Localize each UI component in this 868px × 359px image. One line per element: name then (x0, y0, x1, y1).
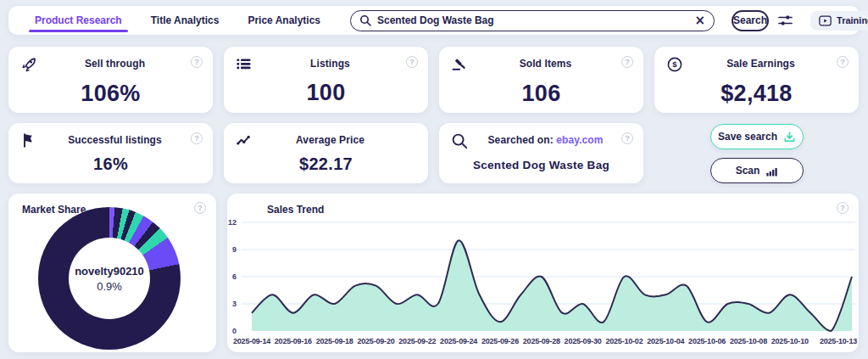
svg-text:2025-09-28: 2025-09-28 (523, 337, 560, 345)
market-share-donut[interactable]: novelty90210 0.9% (38, 207, 181, 350)
stat-card-listings: Listings ? 100 (224, 47, 428, 113)
filter-sliders-icon[interactable] (777, 13, 793, 28)
stat-value: 106 (439, 81, 643, 107)
svg-text:2025-10-13: 2025-10-13 (820, 337, 857, 345)
trend-icon (236, 132, 254, 149)
stat-title: Sale Earnings (685, 56, 837, 70)
svg-text:2025-09-14: 2025-09-14 (233, 337, 270, 345)
svg-text:2025-10-06: 2025-10-06 (688, 337, 726, 345)
svg-text:9: 9 (232, 245, 236, 254)
stat-card-average-price: Average Price $22.17 (224, 123, 428, 183)
play-video-icon (819, 15, 832, 26)
stat-title-searched-on: Searched on: ebay.com (470, 132, 621, 146)
stat-card-successful-listings: Successful listings ? 16% (8, 123, 213, 183)
sales-trend-card: Sales Trend ? 0369122025-09-142025-09-16… (227, 194, 859, 352)
tab-label: Price Analytics (248, 14, 320, 26)
svg-text:2025-09-24: 2025-09-24 (440, 337, 477, 345)
stat-card-sale-earnings: $ Sale Earnings ? $2,418 (654, 47, 859, 113)
tab-product-research[interactable]: Product Research (20, 6, 136, 35)
svg-text:2025-09-30: 2025-09-30 (565, 337, 602, 345)
tab-price-analytics[interactable]: Price Analytics (233, 6, 335, 35)
stat-title: Listings (254, 56, 406, 70)
search-box[interactable]: × (350, 10, 715, 31)
rocket-icon (20, 56, 39, 73)
svg-text:2025-09-22: 2025-09-22 (398, 337, 436, 345)
donut-hole (69, 238, 150, 319)
save-search-button[interactable]: Save search (710, 124, 804, 149)
scan-button[interactable]: Scan (710, 158, 804, 183)
help-icon[interactable]: ? (194, 202, 206, 214)
stat-title: Sell through (39, 56, 191, 70)
stat-title: Average Price (254, 132, 406, 146)
clear-search-button[interactable]: × (694, 14, 705, 27)
svg-text:2025-10-02: 2025-10-02 (605, 337, 643, 345)
market-share-title: Market Share (22, 204, 86, 216)
help-icon[interactable]: ? (837, 56, 849, 68)
svg-text:2025-10-08: 2025-10-08 (730, 337, 767, 345)
scan-bars-icon (765, 165, 778, 177)
stat-title: Sold Items (470, 56, 621, 70)
stat-value: 100 (224, 80, 428, 106)
training-videos-button[interactable]: Training Videos (810, 11, 868, 31)
gavel-icon (451, 56, 470, 73)
svg-text:0: 0 (232, 327, 236, 335)
searched-on-prefix: Searched on: (488, 134, 554, 146)
searched-keyword: Scented Dog Waste Bag (439, 159, 643, 171)
list-icon (236, 56, 254, 72)
help-icon[interactable]: ? (191, 56, 203, 68)
main-tabs: Product Research Title Analytics Price A… (20, 6, 335, 35)
search-input[interactable] (377, 14, 688, 26)
svg-text:2025-09-18: 2025-09-18 (316, 337, 353, 345)
svg-text:2025-09-16: 2025-09-16 (275, 337, 312, 345)
svg-text:2025-10-04: 2025-10-04 (647, 337, 684, 345)
stat-card-searched-on: Searched on: ebay.com ? Scented Dog Wast… (439, 123, 643, 183)
tab-title-analytics[interactable]: Title Analytics (136, 6, 234, 35)
help-icon[interactable]: ? (621, 56, 633, 68)
svg-text:12: 12 (228, 218, 236, 227)
help-icon[interactable]: ? (406, 56, 418, 68)
svg-text:2025-09-26: 2025-09-26 (481, 337, 519, 345)
save-search-label: Save search (718, 131, 777, 143)
dollar-circle-icon: $ (666, 56, 685, 73)
tab-label: Product Research (35, 14, 122, 26)
scan-label: Scan (736, 165, 760, 177)
help-icon[interactable]: ? (191, 132, 203, 144)
help-icon[interactable]: ? (621, 132, 633, 144)
sales-trend-svg: 0369122025-09-142025-09-162025-09-182025… (227, 194, 859, 352)
top-navigation-bar: Product Research Title Analytics Price A… (8, 6, 860, 35)
svg-text:2025-09-20: 2025-09-20 (357, 337, 394, 345)
stat-value: 16% (8, 154, 213, 174)
market-share-card: Market Share ? novelty90210 0.9% (8, 194, 216, 352)
svg-text:2025-10-10: 2025-10-10 (771, 337, 809, 345)
stat-card-sold-items: Sold Items ? 106 (439, 47, 643, 113)
save-download-icon (783, 131, 796, 143)
tab-label: Title Analytics (151, 14, 220, 26)
svg-text:3: 3 (232, 300, 236, 308)
stat-value: $22.17 (224, 154, 428, 174)
magnifier-icon (451, 132, 470, 150)
flag-icon (20, 132, 39, 149)
search-button[interactable]: Search (732, 10, 769, 31)
training-videos-label: Training Videos (837, 15, 868, 25)
search-icon (359, 14, 371, 26)
stat-title: Successful listings (39, 132, 191, 146)
svg-text:6: 6 (232, 272, 236, 281)
stat-value: 106% (8, 81, 213, 107)
stat-value: $2,418 (654, 81, 859, 107)
svg-text:$: $ (672, 59, 677, 69)
searched-on-site-link[interactable]: ebay.com (556, 134, 603, 146)
stat-card-sell-through: Sell through ? 106% (8, 47, 213, 113)
